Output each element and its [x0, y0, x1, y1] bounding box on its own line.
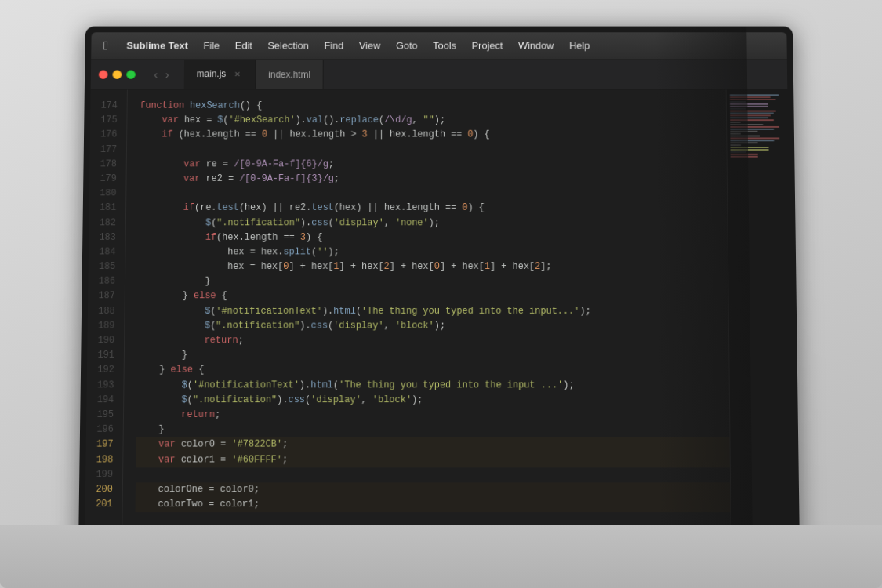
- ln-201: 201: [85, 497, 113, 512]
- ln-177: 177: [90, 143, 118, 158]
- ln-180: 180: [89, 187, 117, 201]
- ln-183: 183: [89, 230, 116, 245]
- code-line-182: $(".notification").css('display', 'none'…: [139, 216, 728, 230]
- ln-198: 198: [85, 452, 113, 467]
- ln-189: 189: [88, 319, 115, 334]
- editor-area: 174 175 176 177 178 179 180 181 182 183 …: [85, 90, 793, 543]
- ln-193: 193: [87, 378, 114, 393]
- code-line-191: }: [137, 348, 729, 363]
- window-chrome: ‹ › main.js ✕ index.html: [91, 60, 788, 90]
- menu-find[interactable]: Find: [324, 40, 343, 51]
- ln-190: 190: [87, 333, 114, 348]
- code-line-192: } else {: [136, 363, 728, 378]
- menu-help[interactable]: Help: [569, 40, 590, 51]
- code-line-184: hex = hex.split('');: [138, 245, 728, 260]
- ln-184: 184: [89, 245, 116, 260]
- ln-196: 196: [86, 423, 114, 437]
- menu-window[interactable]: Window: [518, 40, 554, 51]
- close-button[interactable]: [99, 70, 108, 79]
- ln-191: 191: [87, 348, 114, 363]
- code-line-178: var re = /[0-9A-Fa-f]{6}/g;: [139, 157, 726, 172]
- ln-181: 181: [89, 201, 117, 216]
- code-line-177: [140, 143, 727, 158]
- code-line-199: [136, 467, 730, 482]
- keyboard-bar: [0, 525, 882, 588]
- code-line-201: colorTwo = color1;: [136, 497, 731, 512]
- minimize-button[interactable]: [112, 70, 122, 79]
- code-line-176: if (hex.length == 0 || hex.length > 3 ||…: [140, 128, 727, 143]
- menu-edit[interactable]: Edit: [235, 40, 252, 51]
- code-line-179: var re2 = /[0-9A-Fa-f]{3}/g;: [139, 172, 727, 187]
- ln-187: 187: [88, 289, 115, 304]
- tab-main-js-label: main.js: [197, 68, 226, 79]
- code-line-185: hex = hex[0] + hex[1] + hex[2] + hex[0] …: [138, 260, 728, 274]
- code-line-200: colorOne = color0;: [136, 482, 731, 497]
- nav-arrows: ‹ ›: [151, 68, 172, 80]
- ln-195: 195: [86, 408, 114, 423]
- ln-186: 186: [88, 274, 115, 289]
- menu-app-name[interactable]: Sublime Text: [126, 40, 188, 51]
- ln-200: 200: [85, 482, 113, 497]
- maximize-button[interactable]: [126, 70, 136, 79]
- apple-icon: : [103, 38, 108, 52]
- tabs-area: main.js ✕ index.html: [184, 60, 324, 89]
- ln-199: 199: [85, 467, 113, 482]
- code-line-197: var color0 = '#7822CB';: [136, 437, 729, 452]
- ln-175: 175: [90, 114, 118, 129]
- ln-197: 197: [86, 437, 114, 452]
- screen-bezel:  Sublime Text File Edit Selection Find …: [78, 27, 800, 549]
- code-line-196: }: [136, 423, 730, 437]
- menubar:  Sublime Text File Edit Selection Find …: [91, 32, 787, 60]
- code-line-181: if(re.test(hex) || re2.test(hex) || hex.…: [139, 201, 728, 216]
- code-line-175: var hex = $('#hexSearch').val().replace(…: [140, 114, 726, 129]
- code-line-195: return;: [136, 408, 729, 423]
- code-line-190: return;: [137, 333, 728, 348]
- menu-view[interactable]: View: [359, 40, 380, 51]
- tab-main-js-close[interactable]: ✕: [232, 68, 243, 79]
- menu-file[interactable]: File: [203, 40, 220, 51]
- tab-main-js[interactable]: main.js ✕: [184, 60, 256, 89]
- menu-goto[interactable]: Goto: [396, 40, 418, 51]
- menu-selection[interactable]: Selection: [267, 40, 309, 51]
- screen-inner:  Sublime Text File Edit Selection Find …: [85, 32, 793, 543]
- code-line-186: }: [138, 274, 728, 289]
- ln-178: 178: [89, 157, 117, 172]
- code-line-194: $(".notification").css('display', 'block…: [136, 393, 729, 408]
- ln-176: 176: [90, 128, 118, 143]
- minimap[interactable]: [726, 90, 793, 543]
- ln-188: 188: [88, 304, 115, 319]
- forward-arrow[interactable]: ›: [162, 68, 172, 80]
- menu-tools[interactable]: Tools: [433, 40, 456, 51]
- traffic-lights: [99, 70, 136, 79]
- code-line-187: } else {: [138, 289, 728, 304]
- ln-185: 185: [89, 260, 116, 274]
- ln-192: 192: [87, 363, 114, 378]
- line-numbers: 174 175 176 177 178 179 180 181 182 183 …: [85, 90, 128, 543]
- code-line-183: if(hex.length == 3) {: [138, 230, 727, 245]
- code-line-193: $('#notificationText').html('The thing y…: [136, 378, 729, 393]
- ln-182: 182: [89, 216, 116, 230]
- code-line-189: $(".notification").css('display', 'block…: [137, 319, 728, 334]
- ln-179: 179: [89, 172, 117, 187]
- ln-194: 194: [86, 393, 114, 408]
- laptop-frame:  Sublime Text File Edit Selection Find …: [0, 0, 882, 588]
- code-line-198: var color1 = '#60FFFF';: [136, 452, 730, 467]
- code-content[interactable]: function hexSearch() { var hex = $('#hex…: [122, 90, 731, 543]
- code-line-174: function hexSearch() {: [140, 99, 726, 114]
- ln-174: 174: [90, 99, 118, 114]
- code-line-188: $('#notificationText').html('The thing y…: [137, 304, 728, 319]
- menu-project[interactable]: Project: [472, 40, 503, 51]
- back-arrow[interactable]: ‹: [151, 68, 162, 80]
- tab-index-html-label: index.html: [268, 69, 310, 80]
- tab-index-html[interactable]: index.html: [256, 60, 323, 89]
- code-line-180: [139, 187, 727, 201]
